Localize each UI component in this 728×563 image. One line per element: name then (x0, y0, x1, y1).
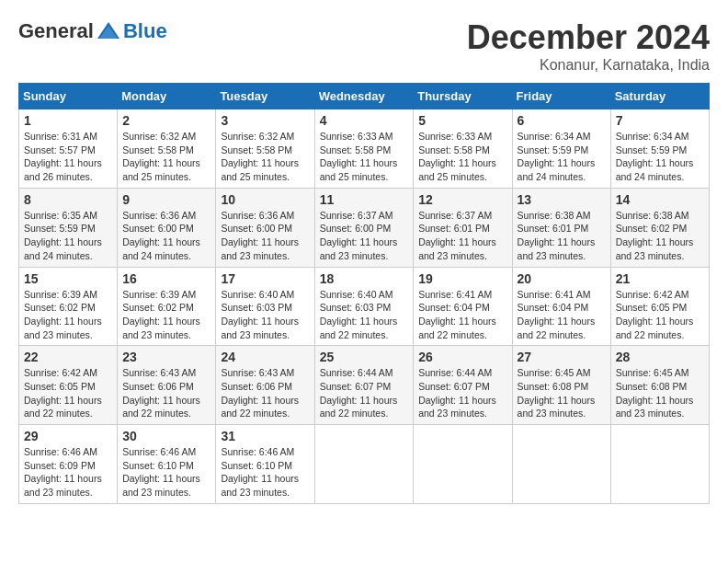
day-cell-15: 15Sunrise: 6:39 AM Sunset: 6:02 PM Dayli… (19, 267, 118, 346)
day-cell-2: 2Sunrise: 6:32 AM Sunset: 5:58 PM Daylig… (118, 109, 216, 189)
calendar-table: SundayMondayTuesdayWednesdayThursdayFrid… (18, 83, 710, 504)
day-number: 12 (418, 192, 506, 207)
day-cell-3: 3Sunrise: 6:32 AM Sunset: 5:58 PM Daylig… (216, 109, 314, 189)
day-number: 19 (418, 271, 506, 286)
day-number: 9 (122, 192, 210, 207)
day-cell-19: 19Sunrise: 6:41 AM Sunset: 6:04 PM Dayli… (414, 267, 512, 346)
day-info: Sunrise: 6:46 AM Sunset: 6:09 PM Dayligh… (24, 445, 112, 500)
col-header-friday: Friday (512, 84, 610, 109)
day-cell-29: 29Sunrise: 6:46 AM Sunset: 6:09 PM Dayli… (19, 425, 118, 504)
day-info: Sunrise: 6:45 AM Sunset: 6:08 PM Dayligh… (616, 366, 704, 420)
day-info: Sunrise: 6:39 AM Sunset: 6:02 PM Dayligh… (24, 288, 112, 342)
day-number: 16 (122, 271, 210, 286)
day-number: 3 (221, 113, 309, 128)
day-cell-22: 22Sunrise: 6:42 AM Sunset: 6:05 PM Dayli… (19, 346, 118, 425)
day-number: 30 (122, 429, 210, 443)
logo: General Blue (18, 18, 167, 44)
location-text: Konanur, Karnataka, India (467, 57, 710, 74)
day-cell-24: 24Sunrise: 6:43 AM Sunset: 6:06 PM Dayli… (216, 346, 314, 425)
day-info: Sunrise: 6:34 AM Sunset: 5:59 PM Dayligh… (518, 130, 606, 184)
day-info: Sunrise: 6:44 AM Sunset: 6:07 PM Dayligh… (418, 366, 506, 420)
day-number: 10 (221, 192, 309, 207)
day-cell-11: 11Sunrise: 6:37 AM Sunset: 6:00 PM Dayli… (314, 188, 414, 267)
day-number: 21 (616, 271, 704, 286)
day-cell-26: 26Sunrise: 6:44 AM Sunset: 6:07 PM Dayli… (414, 346, 512, 425)
day-number: 2 (122, 113, 210, 128)
day-cell-8: 8Sunrise: 6:35 AM Sunset: 5:59 PM Daylig… (19, 188, 118, 267)
day-info: Sunrise: 6:33 AM Sunset: 5:58 PM Dayligh… (418, 130, 506, 184)
col-header-sunday: Sunday (19, 84, 118, 109)
col-header-thursday: Thursday (414, 84, 512, 109)
day-info: Sunrise: 6:35 AM Sunset: 5:59 PM Dayligh… (24, 209, 112, 263)
day-number: 13 (518, 192, 606, 207)
day-info: Sunrise: 6:38 AM Sunset: 6:02 PM Dayligh… (616, 209, 704, 263)
day-number: 15 (24, 271, 112, 286)
day-info: Sunrise: 6:42 AM Sunset: 6:05 PM Dayligh… (616, 288, 704, 342)
calendar-week-3: 15Sunrise: 6:39 AM Sunset: 6:02 PM Dayli… (19, 267, 710, 346)
day-number: 27 (518, 350, 606, 364)
day-info: Sunrise: 6:36 AM Sunset: 6:00 PM Dayligh… (221, 209, 309, 263)
month-title: December 2024 (467, 18, 710, 57)
day-info: Sunrise: 6:43 AM Sunset: 6:06 PM Dayligh… (221, 366, 309, 420)
day-info: Sunrise: 6:45 AM Sunset: 6:08 PM Dayligh… (518, 366, 606, 420)
day-number: 18 (320, 271, 409, 286)
day-cell-28: 28Sunrise: 6:45 AM Sunset: 6:08 PM Dayli… (610, 346, 709, 425)
day-cell-25: 25Sunrise: 6:44 AM Sunset: 6:07 PM Dayli… (314, 346, 414, 425)
day-cell-20: 20Sunrise: 6:41 AM Sunset: 6:04 PM Dayli… (512, 267, 610, 346)
empty-cell (314, 425, 414, 504)
day-cell-16: 16Sunrise: 6:39 AM Sunset: 6:02 PM Dayli… (118, 267, 216, 346)
day-cell-14: 14Sunrise: 6:38 AM Sunset: 6:02 PM Dayli… (610, 188, 709, 267)
calendar-week-5: 29Sunrise: 6:46 AM Sunset: 6:09 PM Dayli… (19, 425, 710, 504)
day-info: Sunrise: 6:32 AM Sunset: 5:58 PM Dayligh… (122, 130, 210, 184)
day-number: 11 (320, 192, 409, 207)
day-info: Sunrise: 6:41 AM Sunset: 6:04 PM Dayligh… (518, 288, 606, 342)
day-cell-12: 12Sunrise: 6:37 AM Sunset: 6:01 PM Dayli… (414, 188, 512, 267)
day-info: Sunrise: 6:46 AM Sunset: 6:10 PM Dayligh… (221, 445, 309, 500)
title-block: December 2024 Konanur, Karnataka, India (467, 18, 710, 74)
day-number: 23 (122, 350, 210, 364)
day-info: Sunrise: 6:32 AM Sunset: 5:58 PM Dayligh… (221, 130, 309, 184)
day-number: 14 (616, 192, 704, 207)
day-number: 17 (221, 271, 309, 286)
page-header: General Blue December 2024 Konanur, Karn… (18, 18, 710, 74)
day-info: Sunrise: 6:43 AM Sunset: 6:06 PM Dayligh… (122, 366, 210, 420)
day-cell-18: 18Sunrise: 6:40 AM Sunset: 6:03 PM Dayli… (314, 267, 414, 346)
day-number: 25 (320, 350, 409, 364)
logo-general-text: General (18, 19, 94, 43)
day-info: Sunrise: 6:42 AM Sunset: 6:05 PM Dayligh… (24, 366, 112, 420)
logo-blue-text: Blue (123, 19, 167, 43)
empty-cell (610, 425, 709, 504)
logo-icon (96, 18, 121, 44)
day-cell-7: 7Sunrise: 6:34 AM Sunset: 5:59 PM Daylig… (610, 109, 709, 189)
day-info: Sunrise: 6:37 AM Sunset: 6:01 PM Dayligh… (418, 209, 506, 263)
day-cell-1: 1Sunrise: 6:31 AM Sunset: 5:57 PM Daylig… (19, 109, 118, 189)
day-cell-17: 17Sunrise: 6:40 AM Sunset: 6:03 PM Dayli… (216, 267, 314, 346)
day-number: 29 (24, 429, 112, 443)
day-info: Sunrise: 6:38 AM Sunset: 6:01 PM Dayligh… (518, 209, 606, 263)
day-cell-31: 31Sunrise: 6:46 AM Sunset: 6:10 PM Dayli… (216, 425, 314, 504)
day-number: 20 (518, 271, 606, 286)
day-cell-4: 4Sunrise: 6:33 AM Sunset: 5:58 PM Daylig… (314, 109, 414, 189)
day-number: 5 (418, 113, 506, 128)
col-header-saturday: Saturday (610, 84, 709, 109)
day-cell-6: 6Sunrise: 6:34 AM Sunset: 5:59 PM Daylig… (512, 109, 610, 189)
col-header-wednesday: Wednesday (314, 84, 414, 109)
day-info: Sunrise: 6:34 AM Sunset: 5:59 PM Dayligh… (616, 130, 704, 184)
day-cell-23: 23Sunrise: 6:43 AM Sunset: 6:06 PM Dayli… (118, 346, 216, 425)
empty-cell (512, 425, 610, 504)
calendar-header: SundayMondayTuesdayWednesdayThursdayFrid… (19, 84, 710, 109)
empty-cell (414, 425, 512, 504)
day-cell-21: 21Sunrise: 6:42 AM Sunset: 6:05 PM Dayli… (610, 267, 709, 346)
day-cell-5: 5Sunrise: 6:33 AM Sunset: 5:58 PM Daylig… (414, 109, 512, 189)
calendar-week-4: 22Sunrise: 6:42 AM Sunset: 6:05 PM Dayli… (19, 346, 710, 425)
day-number: 8 (24, 192, 112, 207)
day-info: Sunrise: 6:41 AM Sunset: 6:04 PM Dayligh… (418, 288, 506, 342)
day-cell-9: 9Sunrise: 6:36 AM Sunset: 6:00 PM Daylig… (118, 188, 216, 267)
day-number: 4 (320, 113, 409, 128)
day-info: Sunrise: 6:40 AM Sunset: 6:03 PM Dayligh… (221, 288, 309, 342)
day-info: Sunrise: 6:40 AM Sunset: 6:03 PM Dayligh… (320, 288, 409, 342)
day-cell-10: 10Sunrise: 6:36 AM Sunset: 6:00 PM Dayli… (216, 188, 314, 267)
day-cell-13: 13Sunrise: 6:38 AM Sunset: 6:01 PM Dayli… (512, 188, 610, 267)
day-info: Sunrise: 6:39 AM Sunset: 6:02 PM Dayligh… (122, 288, 210, 342)
day-cell-30: 30Sunrise: 6:46 AM Sunset: 6:10 PM Dayli… (118, 425, 216, 504)
